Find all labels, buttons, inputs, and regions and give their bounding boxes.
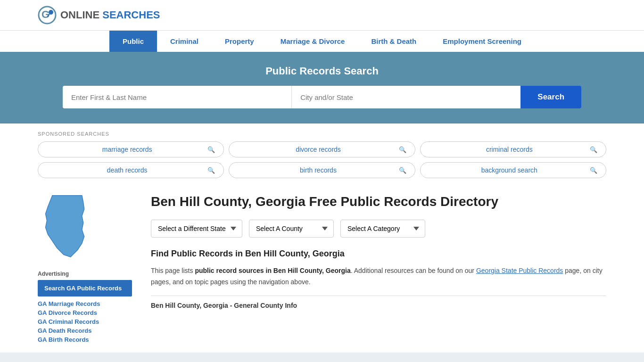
nav-employment[interactable]: Employment Screening xyxy=(429,31,535,52)
search-icon-4: 🔍 xyxy=(207,167,215,174)
header: G ONLINE SEARCHES xyxy=(0,0,644,30)
two-col-layout: Advertising Search GA Public Records GA … xyxy=(0,184,644,353)
sidebar-link-0[interactable]: GA Marriage Records xyxy=(38,300,132,307)
sponsored-text-birth: birth records xyxy=(238,166,398,174)
search-icon-3: 🔍 xyxy=(590,146,597,153)
sponsored-item-death[interactable]: death records 🔍 xyxy=(38,162,224,178)
sponsored-text-marriage: marriage records xyxy=(47,146,207,153)
sponsored-text-divorce: divorce records xyxy=(238,146,398,153)
sidebar-link-3[interactable]: GA Death Records xyxy=(38,327,132,334)
sponsored-item-marriage[interactable]: marriage records 🔍 xyxy=(38,141,224,157)
name-input[interactable] xyxy=(63,86,291,108)
sponsored-text-criminal: criminal records xyxy=(429,146,590,153)
sidebar-link-2[interactable]: GA Criminal Records xyxy=(38,318,132,325)
ad-box[interactable]: Search GA Public Records xyxy=(38,280,132,296)
sidebar-link-4[interactable]: GA Birth Records xyxy=(38,336,132,343)
hero-title: Public Records Search xyxy=(38,65,606,77)
search-button[interactable]: Search xyxy=(520,86,581,108)
nav-public[interactable]: Public xyxy=(109,31,157,52)
nav-marriage-divorce[interactable]: Marriage & Divorce xyxy=(267,31,358,52)
sponsored-text-background: background search xyxy=(429,166,590,174)
hero-section: Public Records Search Search xyxy=(0,52,644,123)
strong-text: public record sources in Ben Hill County… xyxy=(195,267,350,274)
page-title: Ben Hill County, Georgia Free Public Rec… xyxy=(151,193,606,210)
sponsored-item-background[interactable]: background search 🔍 xyxy=(420,162,606,178)
content-right: Ben Hill County, Georgia Free Public Rec… xyxy=(141,184,606,353)
county-info-title: Ben Hill County, Georgia - General Count… xyxy=(151,296,606,309)
main-nav: Public Criminal Property Marriage & Divo… xyxy=(0,30,644,52)
georgia-map-svg xyxy=(38,193,94,259)
svg-text:G: G xyxy=(41,8,50,20)
location-input[interactable] xyxy=(291,86,520,108)
nav-criminal[interactable]: Criminal xyxy=(157,31,212,52)
sponsored-section: SPONSORED SEARCHES marriage records 🔍 di… xyxy=(0,123,644,184)
sponsored-grid: marriage records 🔍 divorce records 🔍 cri… xyxy=(38,141,606,178)
sidebar: Advertising Search GA Public Records GA … xyxy=(38,184,141,353)
nav-birth-death[interactable]: Birth & Death xyxy=(358,31,429,52)
county-dropdown[interactable]: Select A County xyxy=(249,220,334,238)
state-records-link[interactable]: Georgia State Public Records xyxy=(476,267,563,274)
description-text: This page lists public record sources in… xyxy=(151,265,606,288)
search-icon-2: 🔍 xyxy=(399,146,406,153)
sidebar-links: GA Marriage Records GA Divorce Records G… xyxy=(38,300,132,343)
category-dropdown[interactable]: Select A Category xyxy=(340,220,425,238)
sponsored-item-criminal[interactable]: criminal records 🔍 xyxy=(420,141,606,157)
search-icon-6: 🔍 xyxy=(590,167,597,174)
state-map xyxy=(38,193,132,261)
sidebar-link-1[interactable]: GA Divorce Records xyxy=(38,309,132,316)
logo-icon: G xyxy=(38,6,57,25)
nav-property[interactable]: Property xyxy=(212,31,267,52)
sponsored-text-death: death records xyxy=(47,166,207,174)
search-icon-5: 🔍 xyxy=(399,167,406,174)
logo-text: ONLINE SEARCHES xyxy=(60,9,160,21)
svg-point-2 xyxy=(49,10,53,15)
sponsored-item-divorce[interactable]: divorce records 🔍 xyxy=(229,141,415,157)
logo[interactable]: G ONLINE SEARCHES xyxy=(38,6,160,25)
find-title: Find Public Records in Ben Hill County, … xyxy=(151,249,606,259)
search-bar: Search xyxy=(63,86,581,108)
search-icon-1: 🔍 xyxy=(207,146,215,153)
advertising-label: Advertising xyxy=(38,271,132,277)
dropdowns-row: Select a Different State Select A County… xyxy=(151,220,606,238)
sponsored-label: SPONSORED SEARCHES xyxy=(38,131,606,137)
state-dropdown[interactable]: Select a Different State xyxy=(151,220,242,238)
main-content: SPONSORED SEARCHES marriage records 🔍 di… xyxy=(0,123,644,353)
sponsored-item-birth[interactable]: birth records 🔍 xyxy=(229,162,415,178)
